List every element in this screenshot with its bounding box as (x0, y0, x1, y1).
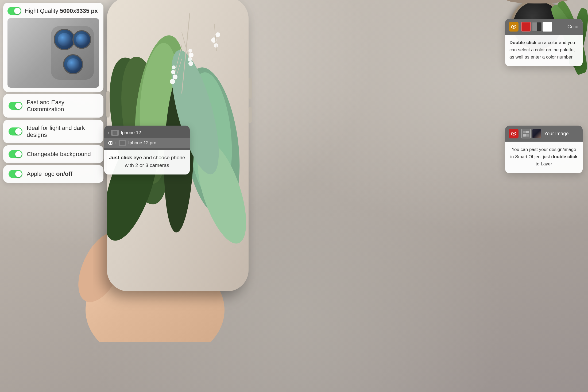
camera-lens-3 (63, 54, 83, 74)
image-panel-label: Your Image (544, 131, 568, 137)
feature-card-light-dark: Ideal for light and dark designs (3, 120, 103, 143)
svg-rect-30 (106, 91, 110, 118)
color-swatch-red[interactable] (521, 22, 531, 32)
camera-lens-2 (72, 30, 91, 49)
svg-point-16 (170, 79, 175, 84)
layer-row-iphone12pro[interactable]: › Iphone 12 pro (104, 138, 190, 148)
color-description: Double-click on a color and you can sele… (505, 35, 583, 61)
color-panel: Color Double-click on a color and you ca… (505, 19, 583, 66)
color-eye-icon[interactable] (509, 22, 519, 32)
folder-icon-1 (111, 130, 119, 136)
image-description: You can past your design/image in Smart … (505, 142, 583, 168)
eye-icon-1[interactable] (108, 141, 113, 145)
image-panel: Your Image You can past your design/imag… (505, 126, 583, 173)
color-eye-pupil (513, 26, 514, 28)
image-thumbnail[interactable] (532, 129, 541, 138)
svg-point-25 (215, 32, 220, 37)
svg-point-19 (188, 61, 193, 66)
image-panel-header: Your Image (505, 126, 583, 142)
svg-point-21 (189, 53, 194, 57)
image-swatch-group (521, 129, 541, 138)
color-panel-header: Color (505, 19, 583, 35)
quality-header: Hight Quality 5000x3335 px (7, 7, 99, 15)
chevron-icon-1: › (108, 131, 109, 135)
fast-easy-toggle-knob (15, 103, 22, 109)
quality-toggle[interactable] (7, 7, 21, 15)
layer-row-iphone12[interactable]: › Iphone 12 (104, 128, 190, 138)
camera-lens-1 (54, 29, 75, 50)
color-swatches (521, 22, 552, 32)
layer-name-2: Iphone 12 pro (128, 140, 156, 146)
fast-easy-toggle[interactable] (9, 102, 22, 110)
color-swatch-white[interactable] (543, 22, 552, 32)
left-panel: Hight Quality 5000x3335 px Fast an (3, 3, 103, 183)
camera-bump (51, 26, 94, 80)
layer-panel: › Iphone 12 › Iphone 12 pro Just click e… (104, 126, 190, 174)
light-dark-toggle-knob (15, 128, 22, 135)
changeable-bg-toggle[interactable] (9, 150, 22, 158)
svg-rect-28 (249, 77, 252, 99)
folder-icon-2 (119, 140, 126, 146)
fast-easy-label: Fast and Easy Customization (27, 99, 98, 113)
layer-name-1: Iphone 12 (121, 130, 141, 135)
apple-logo-label: Apple logo on/off (27, 170, 72, 177)
feature-card-apple-logo: Apple logo on/off (3, 165, 103, 183)
svg-point-18 (171, 70, 175, 74)
quality-toggle-knob (14, 8, 21, 14)
svg-point-17 (173, 75, 177, 79)
layer-description: Just click eye and choose phone with 2 o… (104, 150, 190, 170)
image-eye-icon[interactable] (509, 129, 519, 138)
feature-card-changeable-bg: Changeable background (3, 145, 103, 163)
svg-point-22 (172, 65, 176, 69)
feature-card-fast-easy: Fast and Easy Customization (3, 94, 103, 118)
layer-panel-header: › Iphone 12 › Iphone 12 pro (104, 126, 190, 150)
changeable-bg-label: Changeable background (27, 151, 91, 158)
quality-card: Hight Quality 5000x3335 px (3, 3, 103, 92)
apple-logo-toggle[interactable] (9, 170, 22, 178)
svg-point-23 (188, 49, 192, 53)
svg-rect-29 (249, 107, 252, 123)
color-eye-white (511, 25, 516, 29)
image-swatch-grid[interactable] (521, 129, 531, 138)
image-eye-pupil (513, 133, 514, 134)
chevron-icon-2: › (115, 141, 117, 145)
color-swatch-dark[interactable] (532, 22, 541, 32)
light-dark-label: Ideal for light and dark designs (27, 125, 98, 138)
color-panel-label: Color (567, 24, 579, 30)
light-dark-toggle[interactable] (9, 127, 22, 135)
changeable-bg-toggle-knob (15, 151, 22, 157)
phone-preview-image (7, 18, 99, 88)
image-eye-white (511, 132, 516, 135)
quality-title: Hight Quality 5000x3335 px (25, 7, 98, 14)
apple-logo-toggle-knob (15, 171, 22, 177)
svg-point-20 (188, 57, 192, 61)
